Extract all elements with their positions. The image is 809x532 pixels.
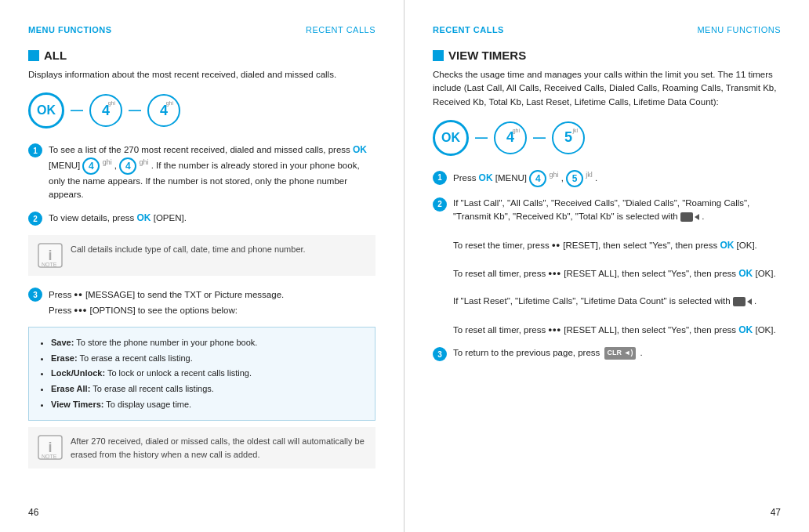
dash-r2: — bbox=[533, 131, 546, 145]
step-number-1: 1 bbox=[28, 143, 42, 157]
note-box-1: i NOTE Call details include type of call… bbox=[28, 235, 375, 276]
ok-ref-r3: OK bbox=[738, 268, 753, 279]
key-4-ref2: 4 bbox=[119, 157, 136, 175]
svg-marker-7 bbox=[695, 214, 699, 220]
bullet-viewtimers: View Timers: To display usage time. bbox=[51, 397, 364, 412]
bullet-save: Save: To store the phone number in your … bbox=[51, 335, 364, 350]
ok-ref-r2: OK bbox=[720, 240, 734, 251]
note-icon-2: i NOTE bbox=[38, 435, 63, 460]
right-step-item-3: 3 To return to the previous page, press … bbox=[433, 346, 781, 361]
svg-rect-8 bbox=[733, 297, 746, 306]
bullet-label-lockunlock: Lock/Unlock: bbox=[51, 368, 105, 378]
dots-3: ••• bbox=[74, 304, 88, 316]
key-r5-ref: 5 bbox=[566, 170, 583, 187]
left-section-title: ALL bbox=[28, 49, 375, 62]
key-r4-ref: 4 bbox=[529, 170, 546, 187]
menu-icon-r2 bbox=[733, 295, 752, 308]
bullet-label-save: Save: bbox=[51, 338, 74, 347]
ok-ref-r4: OK bbox=[738, 324, 753, 335]
right-key-sequence: OK — ghi 4 — jkl 5 bbox=[433, 120, 781, 156]
dots-r3: ••• bbox=[548, 267, 561, 279]
right-page: RECENT CALLS MENU FUNCTIONS VIEW TIMERS … bbox=[404, 0, 809, 532]
key-label-ghi2: ghi bbox=[166, 100, 173, 106]
svg-rect-6 bbox=[680, 212, 693, 222]
right-step-item-2: 2 If "Last Call", "All Calls", "Received… bbox=[433, 197, 781, 337]
key-label-r-ghi: ghi bbox=[513, 128, 520, 133]
svg-text:i: i bbox=[48, 248, 52, 263]
dots-r2: •• bbox=[552, 239, 560, 251]
right-header: RECENT CALLS MENU FUNCTIONS bbox=[433, 25, 781, 34]
svg-marker-9 bbox=[747, 299, 752, 305]
step-content-2: To view details, press OK [OPEN]. bbox=[49, 211, 187, 225]
clr-badge: CLR ◄) bbox=[604, 347, 637, 360]
step-content-3: Press •• [MESSAGE] to send the TXT or Pi… bbox=[49, 287, 284, 317]
key-number-r5: 5 bbox=[564, 129, 572, 146]
left-header: MENU FUNCTIONS RECENT CALLS bbox=[28, 25, 375, 34]
left-header-left: MENU FUNCTIONS bbox=[28, 25, 112, 34]
bullet-label-erase: Erase: bbox=[51, 353, 78, 363]
left-key-sequence: OK — ghi 4 — ghi 4 bbox=[28, 92, 375, 128]
blue-square-icon-right bbox=[433, 50, 444, 61]
ok-button-left: OK bbox=[28, 92, 64, 128]
right-header-left: RECENT CALLS bbox=[433, 25, 504, 34]
right-header-right: MENU FUNCTIONS bbox=[697, 25, 781, 34]
right-step-content-1: Press OK [MENU] 4 ghi , 5 jkl . bbox=[453, 170, 597, 187]
right-step-content-3: To return to the previous page, press CL… bbox=[453, 346, 643, 360]
key-circle-r4: ghi 4 bbox=[494, 121, 527, 154]
note-text-1: Call details include type of call, date,… bbox=[71, 243, 306, 256]
bullet-label-eraseall: Erase All: bbox=[51, 384, 90, 393]
svg-text:NOTE: NOTE bbox=[42, 262, 57, 267]
bullet-erase: Erase: To erase a recent calls listing. bbox=[51, 351, 364, 366]
left-section-desc: Displays information about the most rece… bbox=[28, 68, 375, 81]
dash1: — bbox=[71, 103, 83, 118]
step-number-3: 3 bbox=[28, 288, 42, 302]
dash2: — bbox=[129, 103, 141, 118]
right-section-title-text: VIEW TIMERS bbox=[448, 49, 526, 62]
svg-text:NOTE: NOTE bbox=[42, 454, 57, 459]
left-page-number: 46 bbox=[28, 507, 38, 518]
right-step-number-3: 3 bbox=[433, 347, 447, 361]
ok-ref-r1: OK bbox=[479, 172, 493, 183]
key-label-ghi1: ghi bbox=[108, 100, 115, 106]
note-text-2: After 270 received, dialed or missed cal… bbox=[71, 435, 366, 461]
bullet-label-viewtimers: View Timers: bbox=[51, 400, 103, 409]
left-section-title-text: ALL bbox=[44, 49, 67, 62]
note-box-2: i NOTE After 270 received, dialed or mis… bbox=[28, 427, 375, 469]
ok-ref-2: OK bbox=[137, 212, 151, 223]
blue-square-icon bbox=[28, 50, 39, 61]
bullet-list: Save: To store the phone number in your … bbox=[40, 335, 364, 411]
right-section-desc: Checks the usage time and manages your c… bbox=[433, 68, 781, 109]
bullet-eraseall: Erase All: To erase all recent calls lis… bbox=[51, 382, 364, 396]
ok-ref-1: OK bbox=[353, 144, 367, 155]
step-item-3: 3 Press •• [MESSAGE] to send the TXT or … bbox=[28, 287, 375, 317]
right-step-item-1: 1 Press OK [MENU] 4 ghi , 5 jkl . bbox=[433, 170, 781, 187]
ok-label-right: OK bbox=[441, 131, 460, 145]
step-item-1: 1 To see a list of the 270 most recent r… bbox=[28, 143, 375, 201]
step-item-2: 2 To view details, press OK [OPEN]. bbox=[28, 211, 375, 226]
key-4-ref1: 4 bbox=[82, 157, 100, 175]
key-label-r-jkl: jkl bbox=[572, 128, 578, 133]
key-circle-4b: ghi 4 bbox=[147, 94, 180, 127]
ok-button-right: OK bbox=[433, 120, 469, 156]
left-step-list-2: 3 Press •• [MESSAGE] to send the TXT or … bbox=[28, 287, 375, 317]
dots-2: •• bbox=[74, 288, 83, 300]
left-header-right: RECENT CALLS bbox=[306, 25, 375, 34]
step-content-1: To see a list of the 270 most recent rec… bbox=[49, 143, 375, 201]
dash-r1: — bbox=[475, 131, 488, 145]
key-circle-4a: ghi 4 bbox=[89, 94, 122, 127]
right-step-list: 1 Press OK [MENU] 4 ghi , 5 jkl . 2 If "… bbox=[433, 170, 781, 361]
key-circle-r5: jkl 5 bbox=[552, 121, 585, 154]
ok-label: OK bbox=[37, 103, 56, 118]
right-step-number-1: 1 bbox=[433, 171, 447, 185]
note-icon-1: i NOTE bbox=[38, 243, 63, 268]
right-step-content-2: If "Last Call", "All Calls", "Received C… bbox=[453, 197, 781, 337]
bullet-lockunlock: Lock/Unlock: To lock or unlock a recent … bbox=[51, 366, 364, 381]
left-page: MENU FUNCTIONS RECENT CALLS ALL Displays… bbox=[0, 0, 404, 532]
menu-icon-r1 bbox=[680, 211, 699, 223]
bullet-box: Save: To store the phone number in your … bbox=[28, 327, 375, 421]
right-section-title: VIEW TIMERS bbox=[433, 49, 781, 62]
dots-r4: ••• bbox=[548, 324, 561, 335]
right-step-number-2: 2 bbox=[433, 197, 447, 212]
left-step-list: 1 To see a list of the 270 most recent r… bbox=[28, 143, 375, 226]
step-number-2: 2 bbox=[28, 212, 42, 226]
